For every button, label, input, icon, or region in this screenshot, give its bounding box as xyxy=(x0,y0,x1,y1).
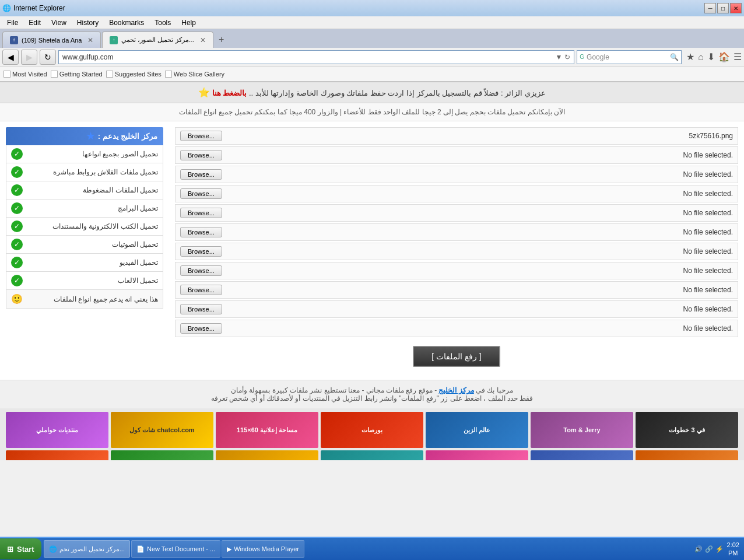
menu-history[interactable]: History xyxy=(72,18,103,28)
taskbar-notepad-icon: 📄 xyxy=(136,545,145,553)
browse-button-7[interactable]: ...Browse xyxy=(180,265,222,276)
bookmark-label-1: Most Visited xyxy=(12,71,47,78)
sidebar-star-icon: ★ xyxy=(86,131,94,142)
ad-item-r2-1[interactable]: Dress up xyxy=(111,450,213,460)
taskbar-item-notepad[interactable]: 📄 New Text Document - ... xyxy=(131,540,220,558)
page-header: عزيزي الزائر : فضلاً قم بالتسجيل بالمركز… xyxy=(0,82,744,103)
upload-info: الآن بإمكانكم تحميل ملفات بحجم يصل إلى 2… xyxy=(0,103,744,121)
window-controls[interactable]: ─ □ ✕ xyxy=(704,3,742,13)
browse-button-4[interactable]: ...Browse xyxy=(180,208,222,218)
smiley-icon: 🙂 xyxy=(11,293,23,304)
forward-button[interactable]: ▶ xyxy=(21,50,37,65)
ad-label-2: مساحة إعلانية 60×115 xyxy=(237,426,297,434)
file-row-0: 5zk75616.png ...Browse xyxy=(175,127,738,145)
menu-help[interactable]: Help xyxy=(177,18,201,28)
taskbar-item-media[interactable]: ▶ Windows Media Player xyxy=(222,540,304,558)
file-name-0: 5zk75616.png xyxy=(689,132,733,140)
start-button[interactable]: ⊞ Start xyxy=(0,538,41,559)
minimize-button[interactable]: ─ xyxy=(704,3,716,13)
tray-icon-3: ⚡ xyxy=(715,545,724,553)
tab-close-facebook[interactable]: ✕ xyxy=(87,36,93,44)
download-icon[interactable]: ⬇ xyxy=(707,51,715,62)
file-row-3: No file selected. ...Browse xyxy=(175,185,738,202)
file-name-1: No file selected. xyxy=(683,151,733,159)
ad-item-1[interactable]: شات كول chatcol.com xyxy=(111,412,213,448)
menu-bookmarks[interactable]: Bookmarks xyxy=(104,18,149,28)
tab-gulfup[interactable]: ↑ مركز تحميل الصور، تحمي... ✕ xyxy=(102,32,213,48)
browse-button-9[interactable]: ...Browse xyxy=(180,304,222,314)
search-bar[interactable]: G Google 🔍 xyxy=(577,50,682,64)
ad-item-r2-3[interactable]: شات هاوي الخليج xyxy=(321,450,423,460)
home-icon[interactable]: ⌂ xyxy=(698,52,704,62)
ad-item-0[interactable]: منتديات حواملي xyxy=(6,412,108,448)
bottom-text-1: مرحبا بك في مركز الخليج - موقع رفع ملفات… xyxy=(12,386,732,394)
bookmark-getting-started[interactable]: Getting Started xyxy=(51,71,103,78)
ad-item-6[interactable]: في 3 خطوات xyxy=(636,412,738,448)
menu-view[interactable]: View xyxy=(47,18,71,28)
bookmark-web-slice[interactable]: Web Slice Gallery xyxy=(165,71,224,78)
bookmark-most-visited[interactable]: Most Visited xyxy=(3,71,47,78)
search-button[interactable]: 🔍 xyxy=(670,53,679,61)
browse-button-10[interactable]: ...Browse xyxy=(180,323,222,334)
ad-item-r2-5[interactable]: لعبة xyxy=(531,450,633,460)
tab-facebook[interactable]: f (109) Shetela da Ana ✕ xyxy=(2,32,101,48)
home-btn[interactable]: 🏠 xyxy=(718,51,730,62)
ad-item-4[interactable]: عالم الزين xyxy=(426,412,528,448)
check-icon-2: ✓ xyxy=(11,184,23,196)
reload-button[interactable]: ↻ xyxy=(40,50,56,65)
ad-item-2[interactable]: مساحة إعلانية 60×115 xyxy=(216,412,318,448)
back-button[interactable]: ◀ xyxy=(2,50,19,65)
ad-item-r2-0[interactable]: العاب xyxy=(6,450,108,460)
sidebar-title: مركز الخليج يدعم : ★ xyxy=(6,127,163,145)
bookmark-check-1 xyxy=(3,71,10,78)
ad-label-6: في 3 خطوات xyxy=(669,426,704,434)
menu-tools[interactable]: Tools xyxy=(150,18,176,28)
maximize-button[interactable]: □ xyxy=(717,3,729,13)
ad-item-r2-4[interactable]: العاب بنات xyxy=(426,450,528,460)
address-refresh-icon[interactable]: ↻ xyxy=(564,53,570,61)
taskbar-item-browser[interactable]: 🌐 مركز تحميل الصور تحم... xyxy=(44,540,130,558)
browse-button-2[interactable]: ...Browse xyxy=(180,169,222,180)
sidebar-item-text-0: تحميل الصور بجميع انواعها xyxy=(82,150,158,158)
ad-label-5: Tom & Jerry xyxy=(563,426,600,433)
upload-files-button[interactable]: [ رفع الملفات ] xyxy=(413,346,500,367)
tray-icon-1: 🔊 xyxy=(694,545,703,553)
sidebar-item-5: تحميل الصوتيات ✓ xyxy=(6,236,163,254)
menu-file[interactable]: File xyxy=(2,18,23,28)
gulfup-link[interactable]: مركز الخليج xyxy=(438,386,473,394)
ad-item-3[interactable]: بورصات xyxy=(321,412,423,448)
bookmark-label-4: Web Slice Gallery xyxy=(174,71,224,78)
check-icon-7: ✓ xyxy=(11,275,23,286)
ad-item-r2-2[interactable]: العاب سيارات xyxy=(216,450,318,460)
sidebar-footer-text: هذا يعني انه يدعم جميع انواع الملفات xyxy=(54,295,158,303)
address-bar[interactable]: www.gulfup.com ▼ ↻ xyxy=(58,50,574,64)
menu-edit[interactable]: Edit xyxy=(24,18,45,28)
browse-button-1[interactable]: ...Browse xyxy=(180,150,222,160)
ad-label-4: عالم الزين xyxy=(464,426,490,434)
taskbar-items: 🌐 مركز تحميل الصور تحم... 📄 New Text Doc… xyxy=(41,540,690,558)
address-dropdown-icon[interactable]: ▼ xyxy=(555,53,562,61)
ad-item-5[interactable]: Tom & Jerry xyxy=(531,412,633,448)
settings-icon[interactable]: ☰ xyxy=(734,51,742,62)
file-name-3: No file selected. xyxy=(683,190,733,198)
bookmarks-bar: Most Visited Getting Started Suggested S… xyxy=(0,66,744,82)
close-button[interactable]: ✕ xyxy=(730,3,742,13)
nav-bar: ◀ ▶ ↻ www.gulfup.com ▼ ↻ G Google 🔍 ★ ⌂ … xyxy=(0,48,744,66)
check-icon-6: ✓ xyxy=(11,257,23,268)
browse-button-6[interactable]: ...Browse xyxy=(180,246,222,257)
ad-item-r2-6[interactable]: العاب الطبخ xyxy=(636,450,738,460)
browse-button-8[interactable]: ...Browse xyxy=(180,285,222,295)
new-tab-button[interactable]: + xyxy=(215,33,229,47)
sidebar-item-3: تحميل البرامج ✓ xyxy=(6,200,163,218)
file-row-9: No file selected. ...Browse xyxy=(175,300,738,318)
browser-content: عزيزي الزائر : فضلاً قم بالتسجيل بالمركز… xyxy=(0,82,744,460)
file-name-9: No file selected. xyxy=(683,305,733,313)
bookmark-suggested-sites[interactable]: Suggested Sites xyxy=(106,71,162,78)
browse-button-0[interactable]: ...Browse xyxy=(180,131,222,141)
header-link[interactable]: بالضغط هنا xyxy=(212,89,247,97)
favorites-icon[interactable]: ★ xyxy=(686,51,694,62)
browse-button-3[interactable]: ...Browse xyxy=(180,188,222,199)
browse-button-5[interactable]: ...Browse xyxy=(180,227,222,237)
tab-close-gulfup[interactable]: ✕ xyxy=(200,36,206,44)
upload-section: 5zk75616.png ...Browse No file selected.… xyxy=(169,121,744,380)
